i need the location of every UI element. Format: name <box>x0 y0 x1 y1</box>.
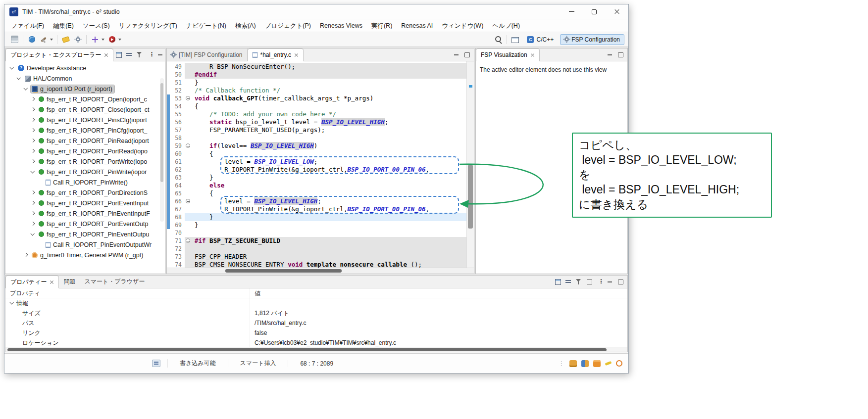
chevron-right-icon[interactable] <box>31 108 35 112</box>
code-line[interactable]: 66 level = BSP_IO_LEVEL_HIGH; <box>167 197 474 205</box>
editor-tab[interactable]: [TIM] FSP Configuration <box>167 48 248 61</box>
tree-item[interactable]: fsp_err_t R_IOPORT_PortEventInput <box>5 198 165 208</box>
code-line[interactable]: 67 R_IOPORT_PinWrite(&g_ioport_ctrl,BSP_… <box>167 205 474 213</box>
code-line[interactable]: 50#endif <box>167 71 474 79</box>
chevron-down-icon[interactable] <box>24 87 28 91</box>
chevron-down-icon[interactable] <box>10 66 14 70</box>
chevron-right-icon[interactable] <box>31 129 35 133</box>
menu-item-3[interactable]: ソース(S) <box>78 19 114 32</box>
code-line[interactable]: 54{ <box>167 102 474 110</box>
chevron-right-icon[interactable] <box>31 201 35 205</box>
code-line[interactable]: 73FSP_CPP_HEADER <box>167 253 474 261</box>
code-line[interactable]: 70 <box>167 229 474 237</box>
settings-icon[interactable] <box>72 34 83 45</box>
minimize-view-icon[interactable] <box>452 50 460 59</box>
fold-collapse-icon[interactable] <box>186 199 190 203</box>
maximize-view-icon[interactable] <box>616 50 624 59</box>
tree-item[interactable]: fsp_err_t R_IOPORT_PinEventInputF <box>5 208 165 219</box>
perspective-cpp-button[interactable]: C/C++ <box>522 34 558 45</box>
tree-scrollbar[interactable] <box>160 78 164 222</box>
menu-item-7[interactable]: プロジェクト(P) <box>260 19 315 32</box>
chevron-down-icon[interactable] <box>31 170 35 174</box>
close-icon[interactable] <box>294 53 299 57</box>
close-icon[interactable] <box>530 53 535 57</box>
property-row[interactable]: サイズ1,812 バイト <box>5 308 627 318</box>
minimize-button[interactable] <box>560 4 583 19</box>
code-line[interactable]: 72 <box>167 245 474 253</box>
editor-horizontal-scrollbar[interactable] <box>167 268 474 274</box>
menu-item-6[interactable]: 検索(A) <box>231 19 260 32</box>
maximize-button[interactable] <box>583 4 606 19</box>
new-properties-view-icon[interactable] <box>554 278 562 286</box>
code-line[interactable]: 55 /* TODO: add your own code here */ <box>167 110 474 118</box>
editor-vertical-scrollbar[interactable] <box>466 61 474 268</box>
menu-item-5[interactable]: ナビゲート(N) <box>182 19 231 32</box>
code-line[interactable]: 56 static bsp_io_level_t level = BSP_IO_… <box>167 118 474 126</box>
code-line[interactable]: 65 { <box>167 189 474 197</box>
dropdown-caret-icon[interactable] <box>118 39 121 42</box>
property-row[interactable]: ロケーションC:¥Users¥icb03¥e2_studio¥TIM¥TIM¥s… <box>5 338 627 347</box>
tree-item[interactable]: Developer Assistance <box>5 63 165 73</box>
code-editor[interactable]: 49 R_BSP_NonSecureEnter();50#endif51}52/… <box>167 61 474 268</box>
notification-icon[interactable] <box>616 360 622 367</box>
chevron-right-icon[interactable] <box>31 97 35 101</box>
tree-item[interactable]: fsp_err_t R_IOPORT_Close(ioport_ct <box>5 104 165 115</box>
minimize-view-icon[interactable] <box>156 50 164 59</box>
search-icon[interactable] <box>494 35 504 45</box>
bottom-panel-tab[interactable]: スマート・ブラウザー <box>80 276 149 288</box>
tree-item[interactable]: Call R_IOPORT_PinEventOutputWr <box>5 239 165 250</box>
hammer-icon[interactable] <box>38 34 49 45</box>
bottom-panel-tab[interactable]: 問題 <box>59 276 80 288</box>
code-line[interactable]: 52/* Callback function */ <box>167 87 474 94</box>
tree-item[interactable]: fsp_err_t R_IOPORT_PinsCfg(ioport <box>5 115 165 125</box>
show-categories-icon[interactable] <box>564 278 572 286</box>
code-line[interactable]: 69} <box>167 221 474 229</box>
code-line[interactable]: 59 if(level== BSP_IO_LEVEL_HIGH) <box>167 142 474 150</box>
code-line[interactable]: 68 } <box>167 213 474 221</box>
highlight-icon[interactable] <box>60 34 71 45</box>
link-with-editor-icon[interactable] <box>125 50 133 59</box>
chevron-right-icon[interactable] <box>31 212 35 216</box>
folder-icon[interactable] <box>593 360 601 367</box>
project-explorer-tab[interactable]: プロジェクト・エクスプローラー <box>5 48 113 61</box>
fsp-visualization-tab[interactable]: FSP Visualization <box>476 48 540 61</box>
menu-item-12[interactable]: ヘルプ(H) <box>488 19 524 32</box>
open-perspective-icon[interactable] <box>510 35 520 45</box>
close-icon[interactable] <box>50 280 54 284</box>
code-line[interactable]: 58 <box>167 134 474 142</box>
chevron-down-icon[interactable] <box>10 301 14 305</box>
map-icon[interactable] <box>581 360 589 367</box>
restore-defaults-icon[interactable] <box>585 278 593 286</box>
chevron-right-icon[interactable] <box>31 139 35 143</box>
code-line[interactable]: 71#if BSP_TZ_SECURE_BUILD <box>167 237 474 245</box>
menu-item-2[interactable]: 編集(E) <box>49 19 78 32</box>
chevron-right-icon[interactable] <box>24 253 28 257</box>
chevron-right-icon[interactable] <box>31 191 35 195</box>
minimize-view-icon[interactable] <box>606 50 614 59</box>
property-row[interactable]: パス/TIM/src/hal_entry.c <box>5 318 627 328</box>
menu-item-10[interactable]: Renesas AI <box>397 19 437 32</box>
tree-item[interactable]: fsp_err_t R_IOPORT_Open(ioport_c <box>5 94 165 104</box>
sync-icon[interactable] <box>569 360 577 367</box>
tree-item[interactable]: fsp_err_t R_IOPORT_PinRead(ioport <box>5 136 165 146</box>
code-line[interactable]: 62 R_IOPORT_PinWrite(&g_ioport_ctrl,BSP_… <box>167 166 474 174</box>
tree-item[interactable]: g_ioport I/O Port (r_ioport) <box>5 84 165 94</box>
star-icon[interactable] <box>90 34 101 45</box>
chevron-down-icon[interactable] <box>17 77 21 81</box>
menu-item-8[interactable]: Renesas Views <box>315 19 367 32</box>
filter-icon[interactable] <box>574 278 583 286</box>
pencil-icon[interactable] <box>605 361 612 366</box>
code-line[interactable]: 49 R_BSP_NonSecureEnter(); <box>167 63 474 71</box>
code-line[interactable]: 61 level = BSP_IO_LEVEL_LOW; <box>167 158 474 166</box>
filter-icon[interactable] <box>135 50 144 59</box>
fold-collapse-icon[interactable] <box>186 96 190 100</box>
run-icon[interactable] <box>106 34 117 45</box>
menu-item-1[interactable]: ファイル(F) <box>6 19 49 32</box>
properties-horizontal-scrollbar[interactable] <box>5 347 627 352</box>
tree-item[interactable]: fsp_err_t R_IOPORT_PortWrite(iopo <box>5 156 165 167</box>
tree-item[interactable]: fsp_err_t R_IOPORT_PortEventOutp <box>5 219 165 229</box>
chevron-right-icon[interactable] <box>31 149 35 153</box>
maximize-view-icon[interactable] <box>462 50 471 59</box>
tree-item[interactable]: fsp_err_t R_IOPORT_PinWrite(iopor <box>5 167 165 177</box>
code-line[interactable]: 63 } <box>167 174 474 182</box>
